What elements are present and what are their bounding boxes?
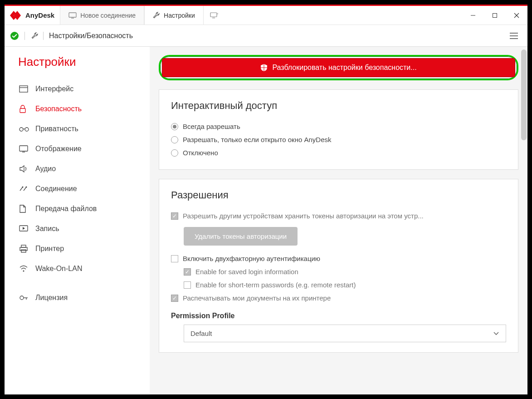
sidebar-item-display[interactable]: Отображение [15, 139, 150, 159]
sidebar-item-label: Wake-On-LAN [35, 265, 82, 273]
app-logo-area: AnyDesk [5, 6, 60, 25]
svg-point-17 [25, 128, 29, 131]
check-enable-2fa[interactable]: Включить двухфакторную аутентификацию [171, 252, 506, 265]
wifi-icon [19, 265, 29, 272]
svg-rect-6 [493, 13, 497, 17]
unlock-security-button[interactable]: Разблокировать настройки безопасности... [162, 58, 515, 77]
speaker-icon [19, 165, 29, 172]
radio-label: Всегда разрешать [183, 123, 240, 130]
checkbox-icon [184, 268, 191, 276]
radio-icon [171, 149, 178, 157]
breadcrumb-text: Настройки/Безопасность [43, 32, 133, 40]
svg-rect-2 [210, 13, 217, 17]
card-title: Интерактивный доступ [171, 100, 506, 112]
breadcrumb: Настройки/Безопасность [24, 32, 133, 40]
sidebar-item-license[interactable]: Лицензия [15, 288, 150, 308]
permission-profile-label: Permission Profile [171, 312, 506, 320]
card-permissions: Разрешения Разрешить другим устройствам … [159, 179, 518, 353]
status-ok-icon [10, 31, 19, 40]
sidebar-item-label: Приватность [35, 125, 78, 133]
svg-point-21 [22, 187, 24, 188]
check-enable-short-term[interactable]: Enable for short-term passwords (e.g. re… [171, 278, 506, 291]
record-icon [19, 225, 29, 232]
svg-rect-27 [21, 250, 26, 252]
svg-rect-15 [20, 108, 25, 113]
svg-rect-13 [20, 86, 28, 92]
printer-icon [19, 245, 29, 253]
svg-point-28 [23, 271, 24, 272]
scrollbar[interactable] [521, 49, 527, 140]
anydesk-logo-icon [10, 11, 22, 20]
radio-label: Разрешать, только если открыто окно AnyD… [183, 136, 331, 143]
svg-text:+: + [217, 12, 218, 15]
check-enable-saved-login[interactable]: Enable for saved login information [171, 265, 506, 278]
sidebar-item-privacy[interactable]: Приватность [15, 119, 150, 139]
radio-icon [171, 136, 178, 143]
display-icon [19, 145, 29, 153]
wrench-icon [153, 12, 160, 19]
lock-icon [19, 105, 29, 113]
monitor-icon [68, 12, 77, 19]
sidebar-item-interface[interactable]: Интерфейс [15, 79, 150, 99]
checkbox-icon [171, 255, 178, 262]
sidebar-item-label: Лицензия [35, 294, 68, 302]
sidebar-item-connection[interactable]: Соединение [15, 179, 150, 199]
tab-label: Настройки [164, 12, 195, 19]
tab-new-monitor[interactable]: + [204, 6, 225, 25]
permission-profile-select[interactable]: Default [184, 325, 506, 342]
radio-disabled[interactable]: Отключено [171, 146, 506, 159]
title-bar: AnyDesk Новое соединение Настройки + [5, 6, 527, 25]
svg-rect-26 [21, 245, 26, 247]
radio-always-allow[interactable]: Всегда разрешать [171, 120, 506, 133]
card-title: Разрешения [171, 189, 506, 201]
file-icon [19, 205, 29, 213]
glasses-icon [19, 126, 29, 132]
sidebar-item-label: Аудио [35, 165, 56, 173]
sidebar-item-printer[interactable]: Принтер [15, 239, 150, 259]
select-value: Default [190, 330, 212, 337]
svg-rect-0 [69, 13, 76, 17]
svg-point-22 [26, 187, 27, 188]
monitor-plus-icon: + [210, 12, 218, 19]
svg-point-16 [20, 128, 23, 131]
menu-button[interactable] [506, 33, 522, 39]
radio-icon [171, 123, 178, 130]
sidebar-item-recording[interactable]: Запись [15, 219, 150, 239]
sidebar-item-label: Соединение [35, 185, 77, 193]
check-label: Разрешить другим устройствам хранить ток… [183, 212, 424, 220]
maximize-button[interactable] [484, 6, 506, 25]
sidebar-item-security[interactable]: Безопасность [15, 99, 150, 119]
checkbox-icon [171, 212, 178, 220]
radio-label: Отключено [183, 149, 218, 157]
checkbox-icon [171, 295, 178, 302]
sidebar: Настройки Интерфейс Безопасность Приватн… [5, 47, 150, 394]
svg-point-9 [10, 32, 19, 40]
check-label: Включить двухфакторную аутентификацию [183, 255, 320, 262]
delete-tokens-button[interactable]: Удалить токены авторизации [184, 227, 298, 246]
sidebar-title: Настройки [15, 55, 150, 69]
shield-icon [260, 64, 268, 72]
sidebar-item-audio[interactable]: Аудио [15, 159, 150, 179]
check-label: Enable for short-term passwords (e.g. re… [195, 281, 356, 289]
main-content: Разблокировать настройки безопасности...… [150, 47, 527, 394]
minimize-button[interactable] [462, 6, 484, 25]
unlock-highlight: Разблокировать настройки безопасности... [159, 55, 518, 80]
card-interactive-access: Интерактивный доступ Всегда разрешать Ра… [159, 89, 518, 170]
sidebar-item-file-transfer[interactable]: Передача файлов [15, 199, 150, 219]
window-icon [19, 85, 29, 93]
svg-rect-19 [20, 146, 28, 151]
radio-allow-if-window[interactable]: Разрешать, только если открыто окно AnyD… [171, 133, 506, 146]
key-icon [19, 294, 29, 301]
check-allow-tokens[interactable]: Разрешить другим устройствам хранить ток… [171, 209, 506, 222]
sidebar-item-wol[interactable]: Wake-On-LAN [15, 259, 150, 279]
app-name: AnyDesk [25, 11, 54, 19]
svg-marker-24 [23, 227, 25, 230]
tab-new-connection[interactable]: Новое соединение [60, 6, 144, 25]
sidebar-item-label: Принтер [35, 245, 64, 253]
tab-settings[interactable]: Настройки [144, 6, 204, 25]
close-button[interactable] [506, 6, 527, 25]
sidebar-item-label: Отображение [35, 145, 82, 153]
checkbox-icon [184, 281, 191, 289]
sidebar-item-label: Безопасность [35, 105, 82, 113]
check-print-docs[interactable]: Распечатывать мои документы на их принте… [171, 291, 506, 305]
